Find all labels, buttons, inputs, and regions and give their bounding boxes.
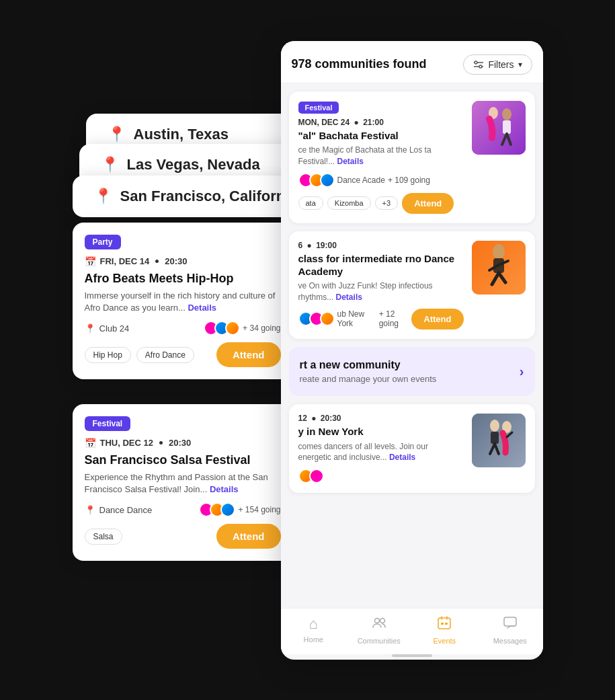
avatar	[320, 173, 335, 188]
attendees-count-2: + 154 going	[238, 505, 280, 514]
avatar	[225, 321, 240, 336]
svg-point-38	[490, 420, 499, 432]
app-scroll[interactable]: Festival MON, DEC 24 ● 21:00 "al" Bachat…	[281, 83, 543, 608]
svg-point-44	[374, 618, 379, 623]
chevron-down-icon: ▾	[518, 60, 522, 69]
dot	[155, 260, 159, 263]
svg-rect-46	[438, 618, 450, 629]
start-community-card[interactable]: rt a new community reate and manage your…	[289, 347, 535, 396]
app-event-date-4: 12 ● 20:30	[298, 414, 464, 423]
nav-item-communities[interactable]: Communities	[346, 615, 412, 645]
venue-pin-icon: 📍	[85, 323, 95, 334]
app-attend-btn-1[interactable]: Attend	[402, 193, 454, 214]
svg-rect-49	[441, 623, 444, 625]
tags-2: Salsa	[85, 529, 122, 545]
attend-button-1[interactable]: Attend	[216, 342, 281, 367]
calendar-icon: 📅	[85, 256, 96, 267]
chevron-right-icon: ›	[520, 364, 524, 379]
dot	[159, 441, 163, 444]
event-time-1: 20:30	[165, 256, 187, 266]
event-title-1: Afro Beats Meets Hip-Hop	[85, 271, 281, 286]
tags-attend-row-2: Salsa Attend	[85, 524, 281, 549]
svg-rect-50	[445, 623, 448, 625]
avatar	[220, 502, 235, 517]
app-event-card-4: 12 ● 20:30 y in New York comes dancers o…	[289, 404, 535, 493]
attendees-2: + 154 going	[199, 502, 280, 517]
nav-label-communities: Communities	[358, 637, 401, 645]
location-name-sf: San Francisco, California	[120, 188, 298, 205]
nav-item-home[interactable]: ⌂ Home	[281, 615, 347, 645]
start-community-desc: reate and manage your own events	[300, 374, 437, 384]
tag-afrodance[interactable]: Afro Dance	[136, 347, 194, 363]
avatar	[309, 469, 324, 483]
calendar-icon-2: 📅	[85, 438, 96, 449]
avatar	[320, 311, 335, 326]
app-header: 978 communities found Filters ▾	[281, 41, 543, 83]
venue-info-1: 📍 Club 24	[85, 323, 130, 334]
event-time-2: 20:30	[169, 438, 191, 448]
event-badge-1: Party	[85, 235, 121, 249]
event-date-row-2: 📅 THU, DEC 12 20:30	[85, 438, 281, 449]
svg-point-45	[380, 618, 384, 623]
tag-salsa[interactable]: Salsa	[85, 529, 122, 545]
app-details-link-2[interactable]: Details	[336, 293, 362, 302]
start-community-text: rt a new community reate and manage your…	[300, 359, 437, 384]
bottom-nav: ⌂ Home Communities Events Messages	[281, 608, 543, 654]
svg-point-31	[493, 244, 505, 259]
app-venue-2: ub New York + 12 going	[298, 309, 412, 328]
app-event-date-1: MON, DEC 24 ● 21:00	[298, 118, 464, 127]
app-event-title-2: class for intermediate rno Dance Academy	[298, 253, 464, 278]
details-link-1[interactable]: Details	[188, 303, 216, 313]
venue-name-2: Dance Dance	[99, 505, 153, 515]
nav-item-messages[interactable]: Messages	[477, 615, 543, 645]
attend-button-2[interactable]: Attend	[216, 524, 281, 549]
tag-hiphop[interactable]: Hip Hop	[85, 347, 131, 363]
scrollbar-indicator	[392, 654, 432, 657]
app-event-card-1: Festival MON, DEC 24 ● 21:00 "al" Bachat…	[289, 91, 535, 223]
svg-point-21	[479, 65, 482, 68]
app-venue-4	[298, 469, 324, 483]
svg-point-26	[502, 108, 511, 120]
attendees-app-1: + 109 going	[388, 176, 430, 185]
app-event-desc-1: ce the Magic of Bachata at the Los ta Fe…	[298, 145, 464, 167]
tags-attend-row-1: Hip Hop Afro Dance Attend	[85, 342, 281, 367]
communities-count: 978 communities found	[292, 57, 427, 71]
svg-rect-24	[472, 101, 526, 155]
main-app: 978 communities found Filters ▾	[281, 41, 543, 660]
filters-button[interactable]: Filters ▾	[463, 54, 532, 75]
event-title-2: San Francisco Salsa Festival	[85, 453, 281, 468]
event-date-2: THU, DEC 12	[100, 438, 153, 448]
app-event-title-1: "al" Bachata Festival	[298, 130, 464, 143]
app-attend-btn-2[interactable]: Attend	[411, 309, 463, 329]
attendees-1: + 34 going	[204, 321, 280, 336]
venue-pin-icon-2: 📍	[85, 505, 95, 515]
svg-rect-27	[503, 120, 511, 134]
events-icon	[437, 615, 452, 634]
event-date-1: FRI, DEC 14	[100, 256, 150, 266]
avatar-group-1	[204, 321, 240, 336]
event-desc-2: Experience the Rhythm and Passion at the…	[85, 471, 281, 496]
location-name-vegas: Las Vegas, Nevada	[127, 156, 260, 173]
svg-point-18	[475, 61, 477, 64]
app-event-image-1	[472, 101, 526, 155]
event-desc-1: Immerse yourself in the rich history and…	[85, 290, 281, 314]
home-icon: ⌂	[309, 615, 318, 633]
nav-label-home: Home	[304, 635, 323, 644]
details-link-2[interactable]: Details	[210, 484, 239, 494]
app-event-card-2: 6 ● 19:00 class for intermediate rno Dan…	[289, 231, 535, 339]
app-tag-2[interactable]: Kizomba	[327, 196, 371, 210]
scene: 📍 Austin, Texas 📍 Las Vegas, Nevada 📍 Sa…	[73, 41, 543, 660]
app-tag-3[interactable]: +3	[375, 196, 399, 210]
attendees-count-1: + 34 going	[243, 323, 280, 333]
app-event-badge-1: Festival	[298, 102, 339, 114]
pin-icon: 📍	[94, 188, 112, 205]
app-details-link-4[interactable]: Details	[389, 453, 415, 462]
nav-label-events: Events	[433, 637, 456, 645]
filters-icon	[473, 59, 484, 70]
nav-item-events[interactable]: Events	[412, 615, 478, 645]
location-name-austin: Austin, Texas	[134, 126, 229, 143]
app-tag-1[interactable]: ata	[298, 196, 323, 210]
event-location-row-1: 📍 Club 24 + 34 going	[85, 321, 281, 336]
app-tags-row-1: ata Kizomba +3 Attend	[298, 193, 464, 214]
app-details-link-1[interactable]: Details	[337, 157, 364, 166]
